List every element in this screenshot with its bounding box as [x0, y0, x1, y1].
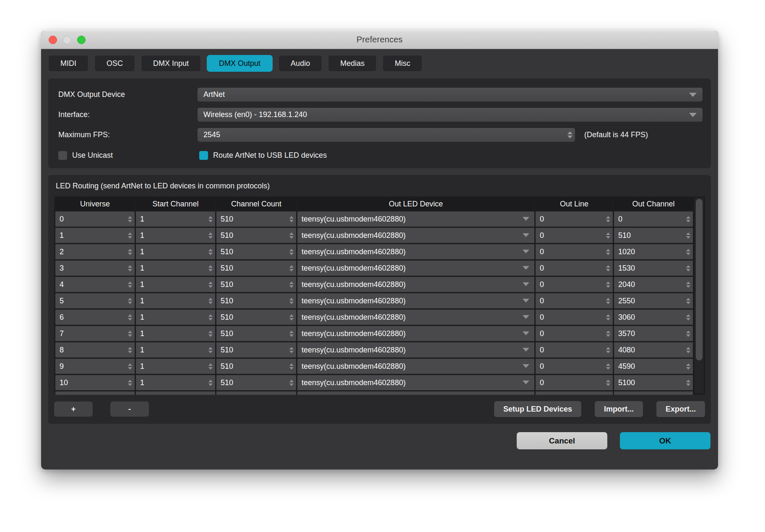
stepper-arrows-icon[interactable] — [128, 244, 132, 259]
stepper-arrows-icon[interactable] — [128, 228, 132, 243]
channel-count-cell[interactable]: 510 — [216, 261, 296, 276]
stepper-arrows-icon[interactable] — [128, 293, 132, 308]
out-line-cell[interactable]: 0 — [536, 310, 613, 325]
out-channel-cell[interactable]: 2550 — [614, 293, 693, 308]
route-artnet-checkbox[interactable] — [199, 151, 208, 160]
out-channel-cell[interactable]: 4590 — [614, 359, 693, 374]
out-line-cell[interactable]: 0 — [536, 228, 613, 243]
stepper-arrows-icon[interactable] — [128, 342, 132, 357]
out-channel-cell[interactable]: 0 — [614, 211, 693, 227]
tab-medias[interactable]: Medias — [328, 55, 377, 72]
universe-cell[interactable]: 7 — [55, 326, 135, 341]
channel-count-cell[interactable]: 510 — [216, 228, 296, 243]
out-channel-cell[interactable]: 1020 — [614, 244, 693, 259]
stepper-arrows-icon[interactable] — [289, 277, 294, 292]
channel-count-cell[interactable]: 510 — [216, 277, 296, 292]
start-channel-cell[interactable]: 1 — [136, 277, 215, 292]
stepper-arrows-icon[interactable] — [208, 375, 213, 390]
stepper-arrows-icon[interactable] — [208, 277, 213, 292]
stepper-arrows-icon[interactable] — [686, 326, 690, 341]
out-led-device-cell[interactable]: teensy(cu.usbmodem4602880) — [297, 326, 534, 341]
import-button[interactable]: Import... — [595, 401, 643, 417]
stepper-arrows-icon[interactable] — [289, 261, 294, 276]
out-led-device-cell[interactable]: teensy(cu.usbmodem4602880) — [297, 310, 534, 325]
out-led-device-cell[interactable]: teensy(cu.usbmodem4602880) — [297, 277, 534, 292]
stepper-arrows-icon[interactable] — [289, 244, 294, 259]
stepper-arrows-icon[interactable] — [128, 261, 132, 276]
stepper-arrows-icon[interactable] — [208, 293, 213, 308]
out-line-cell[interactable]: 0 — [536, 261, 613, 276]
universe-cell[interactable]: 6 — [55, 310, 135, 325]
channel-count-cell[interactable]: 510 — [216, 326, 296, 341]
channel-count-cell[interactable]: 510 — [216, 293, 296, 308]
start-channel-cell[interactable]: 1 — [136, 211, 215, 227]
universe-cell[interactable]: 2 — [55, 244, 135, 259]
export-button[interactable]: Export... — [656, 401, 705, 417]
out-led-device-cell[interactable]: teensy(cu.usbmodem4602880) — [297, 342, 534, 357]
stepper-arrows-icon[interactable] — [208, 211, 213, 227]
out-led-device-cell[interactable]: teensy(cu.usbmodem4602880) — [297, 293, 534, 308]
out-channel-cell[interactable]: 3060 — [614, 310, 693, 325]
use-unicast-checkbox[interactable] — [58, 151, 67, 160]
stepper-arrows-icon[interactable] — [606, 342, 610, 357]
universe-cell[interactable]: 1 — [55, 228, 135, 243]
stepper-arrows-icon[interactable] — [686, 293, 690, 308]
stepper-arrows-icon[interactable] — [289, 228, 294, 243]
channel-count-cell[interactable]: 510 — [216, 342, 296, 357]
start-channel-cell[interactable]: 1 — [136, 326, 215, 341]
universe-cell[interactable]: 10 — [55, 375, 135, 390]
out-channel-cell[interactable]: 2040 — [614, 277, 693, 292]
stepper-arrows-icon[interactable] — [686, 342, 690, 357]
channel-count-cell[interactable]: 510 — [216, 244, 296, 259]
stepper-arrows-icon[interactable] — [289, 293, 294, 308]
stepper-arrows-icon[interactable] — [686, 359, 690, 374]
stepper-arrows-icon[interactable] — [686, 277, 690, 292]
universe-cell[interactable]: 8 — [55, 342, 135, 357]
minimize-button[interactable] — [63, 36, 71, 44]
scrollbar-thumb[interactable] — [696, 199, 703, 360]
stepper-arrows-icon[interactable] — [208, 261, 213, 276]
out-channel-cell[interactable]: 4080 — [614, 342, 693, 357]
start-channel-cell[interactable]: 1 — [136, 359, 215, 374]
stepper-arrows-icon[interactable] — [128, 375, 132, 390]
ok-button[interactable]: OK — [620, 432, 710, 449]
start-channel-cell[interactable]: 1 — [136, 244, 215, 259]
out-line-cell[interactable]: 0 — [536, 211, 613, 227]
universe-cell[interactable]: 9 — [55, 359, 135, 374]
start-channel-cell[interactable]: 1 — [136, 228, 215, 243]
stepper-arrows-icon[interactable] — [208, 244, 213, 259]
stepper-arrows-icon[interactable] — [606, 375, 610, 390]
stepper-arrows-icon[interactable] — [606, 310, 610, 325]
dmx-output-device-dropdown[interactable]: ArtNet — [198, 88, 703, 102]
out-led-device-cell[interactable]: teensy(cu.usbmodem4602880) — [297, 228, 534, 243]
out-line-cell[interactable]: 0 — [536, 326, 613, 341]
interface-dropdown[interactable]: Wireless (en0) - 192.168.1.240 — [198, 108, 703, 122]
stepper-arrows-icon[interactable] — [289, 211, 294, 227]
out-led-device-cell[interactable]: teensy(cu.usbmodem4602880) — [297, 375, 534, 390]
stepper-arrows-icon[interactable] — [128, 211, 132, 227]
stepper-arrows-icon[interactable] — [686, 244, 690, 259]
universe-cell[interactable]: 5 — [55, 293, 135, 308]
out-line-cell[interactable]: 0 — [536, 244, 613, 259]
tab-misc[interactable]: Misc — [382, 55, 422, 72]
start-channel-cell[interactable]: 1 — [136, 342, 215, 357]
stepper-arrows-icon[interactable] — [606, 293, 610, 308]
remove-row-button[interactable]: - — [110, 402, 149, 417]
tab-audio[interactable]: Audio — [278, 55, 322, 72]
stepper-arrows-icon[interactable] — [289, 310, 294, 325]
stepper-arrows-icon[interactable] — [208, 326, 213, 341]
stepper-arrows-icon[interactable] — [208, 228, 213, 243]
stepper-arrows-icon[interactable] — [128, 277, 132, 292]
stepper-arrows-icon[interactable] — [606, 261, 610, 276]
out-led-device-cell[interactable]: teensy(cu.usbmodem4602880) — [297, 244, 534, 259]
stepper-arrows-icon[interactable] — [606, 228, 610, 243]
stepper-arrows-icon[interactable] — [208, 310, 213, 325]
tab-osc[interactable]: OSC — [94, 55, 135, 72]
stepper-arrows-icon[interactable] — [606, 244, 610, 259]
start-channel-cell[interactable]: 1 — [136, 293, 215, 308]
start-channel-cell[interactable]: 1 — [136, 310, 215, 325]
out-led-device-cell[interactable]: teensy(cu.usbmodem4602880) — [297, 359, 534, 374]
zoom-button[interactable] — [77, 36, 86, 44]
stepper-arrows-icon[interactable] — [686, 261, 690, 276]
out-channel-cell[interactable]: 3570 — [614, 326, 693, 341]
